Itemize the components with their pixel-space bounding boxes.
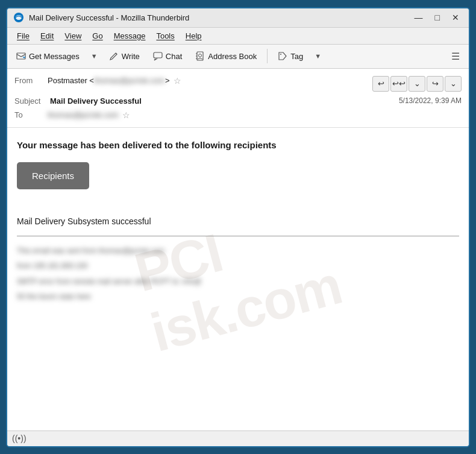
address-book-icon	[195, 51, 205, 61]
svg-point-9	[280, 54, 281, 55]
get-messages-button[interactable]: Get Messages	[11, 48, 85, 64]
svg-rect-3	[154, 52, 162, 58]
chat-button[interactable]: Chat	[148, 48, 187, 64]
email-header: From Postmaster < thomas@pcrisk.com > ☆ …	[7, 69, 469, 128]
close-button[interactable]: ✕	[448, 12, 463, 23]
menu-go[interactable]: Go	[87, 30, 107, 42]
next-nav-button[interactable]: ⌄	[445, 76, 462, 92]
thunderbird-window: Mail Delivery Successful - Mozilla Thund…	[6, 7, 470, 447]
maximize-button[interactable]: □	[431, 12, 443, 23]
blurred-line-2: from 195.181.800.100	[17, 260, 459, 273]
from-label: From	[14, 76, 48, 85]
svg-point-5	[199, 54, 202, 57]
toolbar: Get Messages ▼ Write Chat	[7, 45, 469, 69]
chat-icon	[153, 51, 163, 61]
get-messages-icon	[16, 51, 26, 61]
address-book-button[interactable]: Address Book	[190, 48, 262, 64]
to-label: To	[14, 110, 48, 119]
to-star-icon[interactable]: ☆	[122, 110, 130, 120]
minimize-button[interactable]: —	[411, 12, 427, 23]
title-bar-controls: — □ ✕	[411, 12, 463, 23]
nav-buttons: ↩ ↩↩ ⌄ ↪ ⌄	[372, 76, 462, 92]
blurred-line-1: This email was sent from thomas@pcrisk.c…	[17, 245, 459, 258]
from-row: From Postmaster < thomas@pcrisk.com > ☆ …	[14, 74, 462, 94]
menu-message[interactable]: Message	[109, 30, 151, 42]
tag-icon	[278, 51, 287, 61]
subject-row: Subject Mail Delivery Successful 5/13/20…	[14, 94, 462, 108]
from-end: >	[165, 76, 170, 85]
tag-dropdown[interactable]: ▼	[311, 49, 325, 63]
title-bar-left: Mail Delivery Successful - Mozilla Thund…	[13, 12, 189, 23]
from-name: Postmaster <	[48, 76, 94, 85]
thunderbird-icon	[13, 12, 24, 23]
window-title: Mail Delivery Successful - Mozilla Thund…	[29, 13, 189, 22]
menu-file[interactable]: File	[12, 30, 34, 42]
get-messages-dropdown[interactable]: ▼	[87, 49, 101, 63]
menu-bar: File Edit View Go Message Tools Help	[7, 28, 469, 45]
delivery-message: Your message has been delivered to the f…	[17, 140, 459, 150]
to-row: To thomas@pcrisk.com ☆	[14, 108, 462, 122]
reply-button[interactable]: ↩	[372, 76, 389, 92]
subject-field: Subject Mail Delivery Successful	[14, 96, 142, 106]
from-field: From Postmaster < thomas@pcrisk.com > ☆	[14, 76, 181, 86]
subsystem-text: Mail Delivery Subsystem successful	[17, 216, 459, 226]
blurred-line-4: 50 the boom stats here	[17, 291, 459, 304]
blurred-details: This email was sent from thomas@pcrisk.c…	[17, 245, 459, 304]
subject-label: Subject	[14, 96, 48, 106]
menu-edit[interactable]: Edit	[36, 30, 58, 42]
email-body-content: Your message has been delivered to the f…	[17, 140, 459, 304]
from-star-icon[interactable]: ☆	[174, 76, 181, 86]
connection-icon: ((•))	[12, 434, 27, 443]
email-divider	[17, 236, 459, 236]
reply-all-button[interactable]: ↩↩	[390, 76, 407, 92]
from-email: thomas@pcrisk.com	[94, 76, 165, 85]
hamburger-button[interactable]: ☰	[446, 48, 465, 65]
write-icon	[109, 51, 119, 61]
blurred-line-3: SMTP error from remote mail server after…	[17, 276, 459, 289]
toolbar-separator	[267, 49, 268, 63]
tag-button[interactable]: Tag	[272, 48, 308, 64]
title-bar: Mail Delivery Successful - Mozilla Thund…	[7, 8, 469, 28]
email-body: PCIisk.com Your message has been deliver…	[7, 128, 469, 430]
recipients-button[interactable]: Recipients	[17, 162, 89, 189]
to-email: thomas@pcrisk.com	[48, 110, 119, 119]
menu-tools[interactable]: Tools	[151, 30, 179, 42]
prev-nav-button[interactable]: ⌄	[409, 76, 425, 92]
write-button[interactable]: Write	[104, 48, 145, 64]
menu-view[interactable]: View	[60, 30, 86, 42]
status-bar: ((•))	[7, 430, 469, 446]
forward-button[interactable]: ↪	[427, 76, 443, 92]
subject-value: Mail Delivery Successful	[50, 96, 142, 106]
menu-help[interactable]: Help	[181, 30, 207, 42]
email-timestamp: 5/13/2022, 9:39 AM	[399, 96, 462, 105]
